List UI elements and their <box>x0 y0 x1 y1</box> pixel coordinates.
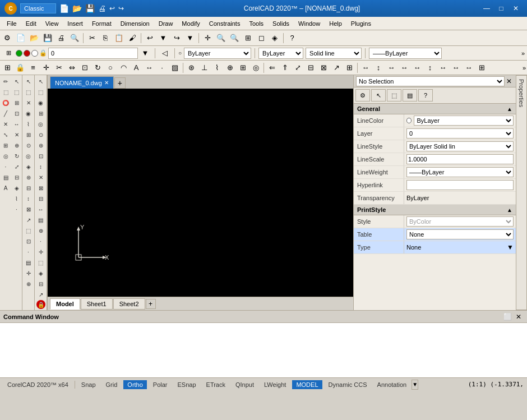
menu-edit[interactable]: Edit <box>21 19 41 28</box>
lt4-btn17[interactable]: ✛ <box>36 247 46 257</box>
open-file-btn[interactable]: 📂 <box>28 32 40 44</box>
section-general-collapse[interactable]: ▲ <box>507 106 512 112</box>
dim2-btn10[interactable]: ⊞ <box>475 62 488 74</box>
sheet-tab-sheet1[interactable]: Sheet1 <box>81 298 113 310</box>
lt2-btn5[interactable]: ↔ <box>12 119 22 129</box>
lt2-btn10[interactable]: ⊟ <box>12 172 22 182</box>
dim-horizontal-btn[interactable]: ⇐ <box>266 62 278 74</box>
menu-format[interactable]: Format <box>87 19 116 28</box>
lt3-btn8[interactable]: ◎ <box>24 151 34 161</box>
lt4-btn18[interactable]: ⬚ <box>36 257 46 267</box>
add-sheet-button[interactable]: + <box>146 299 156 309</box>
menu-insert[interactable]: Insert <box>63 19 87 28</box>
lt2-btn11[interactable]: ◈ <box>12 183 22 193</box>
lt1-btn2[interactable]: ⬚ <box>1 87 11 97</box>
lt1-btn7[interactable]: ⊞ <box>1 140 11 150</box>
linescale-dropdown[interactable]: ——ByLayer <box>369 48 442 59</box>
snap-settings-btn[interactable]: ⚙ <box>1 32 13 44</box>
lt4-btn20[interactable]: ⊟ <box>36 279 46 289</box>
profile-dropdown[interactable]: Classic <box>20 3 56 13</box>
undo-btn[interactable]: ↩ <box>144 32 156 44</box>
props-list-btn[interactable]: ▤ <box>403 89 417 101</box>
draw-arc-btn[interactable]: ◠ <box>117 62 130 74</box>
draw-rotate-btn[interactable]: ↻ <box>91 62 104 74</box>
menu-tools[interactable]: Tools <box>244 19 268 28</box>
hyperlink-input[interactable] <box>406 180 514 190</box>
lt3-btn18[interactable]: ▤ <box>24 257 34 267</box>
lt1-btn6[interactable]: ⤡ <box>1 130 11 140</box>
selection-dropdown[interactable]: No Selection <box>356 76 505 86</box>
lt4-btn6[interactable]: ⊙ <box>36 130 46 140</box>
dim-baseline-btn[interactable]: ⊟ <box>304 62 317 74</box>
linestyle-select[interactable]: ByLayer Solid lin <box>406 141 514 151</box>
lt1-btn9[interactable]: · <box>1 161 11 172</box>
lt1-btn8[interactable]: ◎ <box>1 151 11 161</box>
menu-view[interactable]: View <box>41 19 63 28</box>
section-header-printstyle[interactable]: PrintStyle ▲ <box>354 205 516 215</box>
lineweight-dropdown[interactable]: ——ByLayer <box>406 167 514 177</box>
draw-perpend-btn[interactable]: ⊥ <box>198 62 210 74</box>
status-etrack[interactable]: ETrack <box>202 380 229 389</box>
undo-dropdown-btn[interactable]: ▼ <box>157 32 169 44</box>
open-icon[interactable]: 📂 <box>72 4 82 13</box>
cut-btn[interactable]: ✂ <box>86 32 98 44</box>
lt4-btn14[interactable]: ▤ <box>36 215 46 225</box>
props-cursor-btn[interactable]: ↖ <box>371 89 386 101</box>
lt2-btn12[interactable]: ⌇ <box>12 193 22 204</box>
zoom-extent-btn[interactable]: ⊞ <box>242 32 254 44</box>
lt3-btn3[interactable]: ✕ <box>24 98 34 108</box>
draw-snap-btn[interactable]: ⊞ <box>1 62 13 74</box>
draw-point-btn[interactable]: · <box>156 62 168 74</box>
redo-btn[interactable]: ↪ <box>170 32 183 44</box>
lt3-btn17[interactable]: · <box>24 247 34 257</box>
zoom-out-btn[interactable]: 🔍 <box>228 32 241 44</box>
draw-mirror-btn[interactable]: ⇔ <box>66 62 78 74</box>
dim2-btn4[interactable]: ↔ <box>398 62 410 74</box>
menu-window[interactable]: Window <box>294 19 325 28</box>
save-icon[interactable]: 💾 <box>85 4 95 13</box>
layer-manager-btn[interactable]: ⊞ <box>2 47 15 59</box>
lt4-btn8[interactable]: ⊡ <box>36 151 46 161</box>
style-dropdown[interactable]: ByColor <box>406 216 514 227</box>
menu-dimension[interactable]: Dimension <box>116 19 154 28</box>
draw-align-btn[interactable]: ≡ <box>27 62 39 74</box>
dim2-btn7[interactable]: ↔ <box>437 62 449 74</box>
lt4-btn5[interactable]: ◎ <box>36 119 46 129</box>
lt3-btn7[interactable]: ⊙ <box>24 140 34 150</box>
zoom-pan-btn[interactable]: ✛ <box>201 32 214 44</box>
draw-insert-btn[interactable]: ⊞ <box>237 62 249 74</box>
layer-dropdown[interactable]: 0 <box>406 128 514 139</box>
lt3-btn2[interactable]: ⬚ <box>24 87 34 97</box>
props-help-btn[interactable]: ? <box>418 89 433 101</box>
draw-dim-btn[interactable]: ↔ <box>143 62 155 74</box>
preview-btn[interactable]: 🔍 <box>68 32 81 44</box>
expand-toolbar-btn[interactable]: » <box>521 50 525 57</box>
maximize-button[interactable]: □ <box>494 3 508 14</box>
paste-btn[interactable]: 📋 <box>113 32 125 44</box>
menu-file[interactable]: File <box>2 19 21 28</box>
drawing-canvas[interactable]: Y X <box>48 89 353 297</box>
draw-lock-btn[interactable]: 🔒 <box>14 62 26 74</box>
zoom-in-btn[interactable]: 🔍 <box>215 32 227 44</box>
lt3-btn10[interactable]: ⊛ <box>24 172 34 182</box>
lt2-btn13[interactable]: · <box>12 204 22 214</box>
section-header-general[interactable]: General ▲ <box>354 104 516 114</box>
dim-tolerance-btn[interactable]: ⊞ <box>343 62 355 74</box>
lt3-btn12[interactable]: ↕ <box>24 193 34 204</box>
lt3-btn4[interactable]: ◉ <box>24 108 34 118</box>
lt3-btn19[interactable]: ✛ <box>24 268 34 278</box>
close-button[interactable]: ✕ <box>509 3 523 14</box>
lt4-btn3[interactable]: ◉ <box>36 98 46 108</box>
lt2-btn4[interactable]: ⊡ <box>12 108 22 118</box>
draw-move-btn[interactable]: ✛ <box>40 62 52 74</box>
menu-plugins[interactable]: Plugins <box>346 19 376 28</box>
status-lweight[interactable]: LWeight <box>260 380 290 389</box>
matchprop-btn[interactable]: 🖌 <box>126 32 138 44</box>
draw-circle-btn[interactable]: ○ <box>104 62 117 74</box>
layer-name-input[interactable] <box>48 48 138 59</box>
copy-btn[interactable]: ⎘ <box>99 32 112 44</box>
lt1-btn5[interactable]: ✕ <box>1 119 11 129</box>
dim2-btn1[interactable]: ↔ <box>359 62 372 74</box>
doc-tab-noname[interactable]: NONAME_0.dwg ✕ <box>50 76 114 89</box>
dim2-btn2[interactable]: ↕ <box>372 62 385 74</box>
